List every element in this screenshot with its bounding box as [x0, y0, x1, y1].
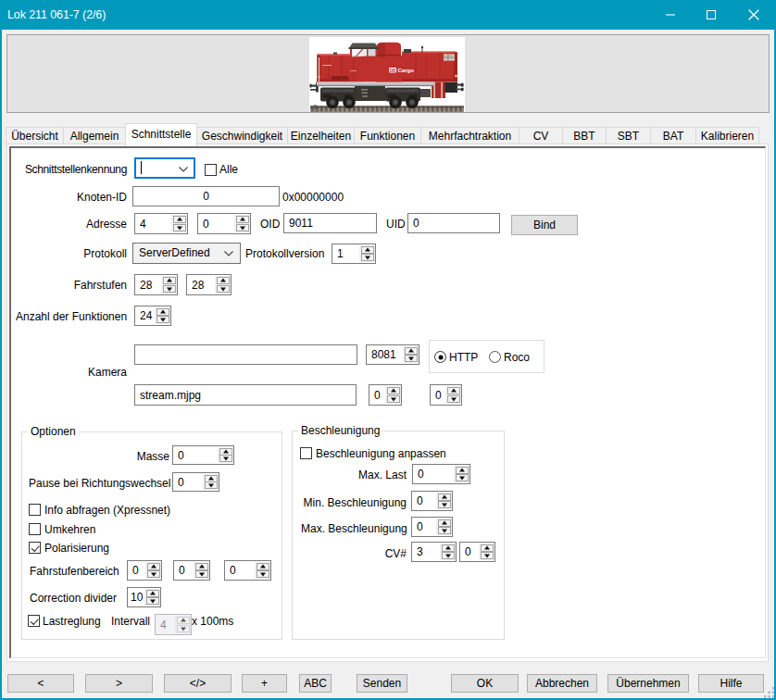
svg-text:DB: DB — [390, 69, 396, 73]
svg-text:Cargo: Cargo — [398, 68, 415, 73]
